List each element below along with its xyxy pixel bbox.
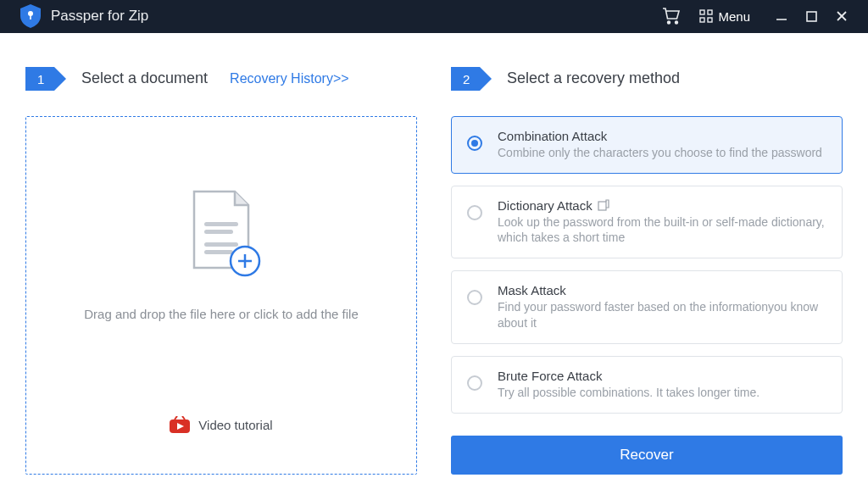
svg-rect-1 [30,14,31,19]
app-window: Passper for Zip Menu [0,0,868,500]
method-desc: Try all possible combinations. It takes … [498,385,760,401]
dictionary-import-icon [598,199,609,211]
recover-button[interactable]: Recover [451,436,843,475]
svg-point-3 [676,21,678,24]
method-title: Dictionary Attack [498,198,826,213]
step2-badge: 2 [451,67,492,91]
minimize-button[interactable] [776,10,787,22]
close-button[interactable] [836,10,848,22]
svg-rect-9 [807,12,816,21]
titlebar: Passper for Zip Menu [0,0,868,33]
method-mask-attack[interactable]: Mask Attack Find your password faster ba… [451,270,843,344]
step1-badge: 1 [25,67,66,91]
method-brute-force-attack[interactable]: Brute Force Attack Try all possible comb… [451,356,843,414]
radio-dictionary[interactable] [467,205,482,220]
app-logo: Passper for Zip [20,4,148,28]
recovery-methods: Combination Attack Combine only the char… [451,116,843,414]
step2-title: Select a recovery method [507,69,680,87]
method-desc: Look up the password from the built-in o… [498,214,826,247]
file-dropzone[interactable]: Drag and drop the file here or click to … [25,116,417,475]
content-area: 1 Select a document Recovery History>> [0,33,868,500]
step1-header: 1 Select a document Recovery History>> [25,67,417,91]
video-tutorial-link[interactable]: Video tutorial [170,416,272,433]
svg-rect-13 [204,230,233,234]
method-title: Mask Attack [498,283,826,297]
dropzone-text: Drag and drop the file here or click to … [84,307,359,321]
step2-panel: 2 Select a recovery method Combination A… [451,67,843,475]
svg-rect-14 [204,242,238,247]
svg-rect-4 [700,10,704,14]
step1-number: 1 [37,71,44,86]
maximize-button[interactable] [806,10,817,22]
grid-icon [699,9,713,23]
radio-mask[interactable] [467,290,482,305]
radio-brute-force[interactable] [467,375,482,391]
recovery-history-link[interactable]: Recovery History>> [230,71,349,86]
svg-point-2 [668,21,670,24]
step1-panel: 1 Select a document Recovery History>> [25,67,417,475]
menu-button[interactable]: Menu [699,9,750,24]
app-title: Passper for Zip [51,8,148,25]
titlebar-controls: Menu [662,8,848,25]
tutorial-label: Video tutorial [198,418,272,432]
cart-icon[interactable] [662,8,681,25]
youtube-icon [170,416,190,433]
step2-number: 2 [463,71,470,86]
method-desc: Find your password faster based on the i… [498,299,826,331]
method-dictionary-attack[interactable]: Dictionary Attack Look up the password f… [451,186,843,259]
step2-header: 2 Select a recovery method [451,67,843,91]
step1-title: Select a document [81,69,208,87]
document-icon [179,185,264,281]
svg-rect-12 [204,222,238,226]
method-desc: Combine only the characters you choose t… [498,145,822,161]
method-title: Combination Attack [498,129,822,143]
svg-rect-5 [708,10,712,14]
svg-rect-7 [708,18,712,22]
method-title: Brute Force Attack [498,369,760,383]
svg-rect-15 [204,250,233,254]
method-combination-attack[interactable]: Combination Attack Combine only the char… [451,116,843,174]
shield-icon [20,4,41,28]
svg-line-20 [182,416,185,419]
radio-combination[interactable] [467,136,482,151]
svg-rect-22 [598,202,606,210]
menu-label: Menu [718,9,750,24]
svg-line-19 [175,416,177,419]
window-controls [776,10,848,22]
svg-rect-6 [700,18,704,22]
